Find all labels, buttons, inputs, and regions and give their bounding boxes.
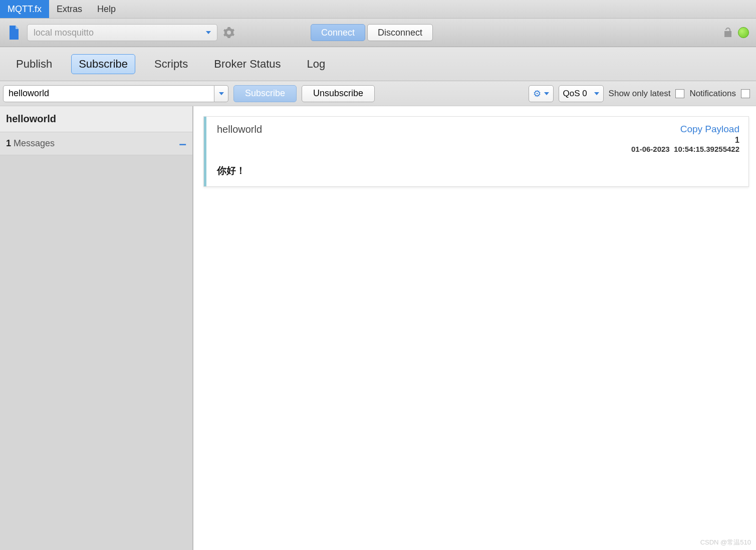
connection-bar: local mosquitto Connect Disconnect [0, 19, 756, 47]
chevron-down-icon [206, 31, 211, 34]
notifications-checkbox[interactable] [741, 89, 750, 98]
notifications-label: Notifications [689, 89, 736, 99]
topic-input[interactable] [3, 85, 214, 102]
tab-broker-status[interactable]: Broker Status [207, 55, 288, 74]
qos-dropdown[interactable]: QoS 0 [559, 85, 604, 102]
settings-dropdown[interactable]: ⚙ [529, 85, 554, 102]
topic-dropdown-button[interactable] [214, 85, 228, 102]
message-card[interactable]: helloworld Copy Payload 1 01-06-2023 10:… [203, 116, 749, 187]
message-count-text: 1 Messages [6, 138, 55, 149]
status-icons [722, 27, 749, 39]
tab-scripts[interactable]: Scripts [147, 55, 195, 74]
subscribed-topic-header[interactable]: helloworld [0, 106, 192, 132]
menu-app[interactable]: MQTT.fx [0, 0, 49, 18]
subscribe-toolbar: Subscribe Unsubscribe ⚙ QoS 0 Show only … [0, 81, 756, 106]
menu-extras[interactable]: Extras [49, 0, 90, 18]
chevron-down-icon [544, 92, 549, 95]
message-panel: helloworld Copy Payload 1 01-06-2023 10:… [193, 106, 756, 550]
file-icon[interactable] [7, 25, 21, 41]
tab-publish[interactable]: Publish [9, 55, 59, 74]
message-id: 1 [631, 136, 739, 145]
profile-placeholder: local mosquitto [34, 28, 94, 38]
watermark: CSDN @常温510 [700, 538, 751, 547]
qos-label: QoS 0 [563, 89, 587, 99]
connection-status-indicator [738, 27, 749, 38]
unsubscribe-button[interactable]: Unsubscribe [302, 85, 375, 102]
chevron-down-icon [594, 92, 599, 95]
message-header: helloworld Copy Payload 1 01-06-2023 10:… [204, 117, 748, 155]
profile-select[interactable]: local mosquitto [27, 24, 217, 41]
tabs-bar: Publish Subscribe Scripts Broker Status … [0, 47, 756, 81]
message-payload: 你好！ [204, 155, 748, 186]
message-count-label: Messages [14, 138, 55, 148]
tab-log[interactable]: Log [300, 55, 333, 74]
menu-help[interactable]: Help [90, 0, 123, 18]
subscribe-button[interactable]: Subscribe [233, 85, 297, 102]
disconnect-button[interactable]: Disconnect [367, 24, 433, 41]
collapse-icon[interactable]: – [179, 140, 186, 147]
message-count-number: 1 [6, 138, 11, 148]
gears-icon: ⚙ [533, 88, 541, 99]
tab-subscribe[interactable]: Subscribe [71, 54, 135, 74]
topic-combo [3, 85, 228, 102]
content-area: helloworld 1 Messages – helloworld Copy … [0, 106, 756, 550]
copy-payload-link[interactable]: Copy Payload [680, 124, 739, 134]
menu-bar: MQTT.fx Extras Help [0, 0, 756, 19]
show-latest-checkbox[interactable] [675, 89, 684, 98]
sidebar: helloworld 1 Messages – [0, 106, 193, 550]
connect-button[interactable]: Connect [311, 24, 365, 41]
lock-open-icon [722, 27, 734, 39]
message-count-row[interactable]: 1 Messages – [0, 132, 192, 155]
chevron-down-icon [219, 92, 224, 95]
gear-icon[interactable] [222, 26, 235, 39]
message-timestamp: 01-06-2023 10:54:15.39255422 [631, 145, 739, 153]
show-latest-label: Show only latest [609, 89, 671, 99]
message-topic: helloworld [217, 124, 262, 153]
